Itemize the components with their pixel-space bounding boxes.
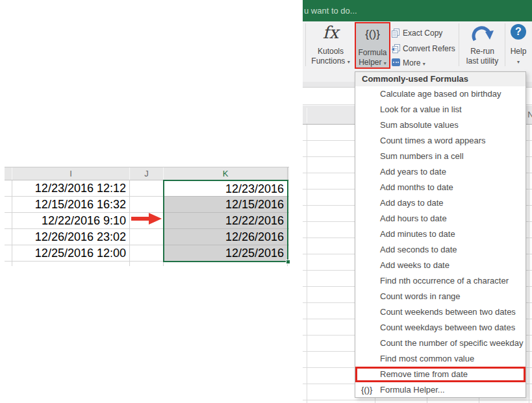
fx-icon: fx: [307, 23, 355, 42]
chevron-down-icon: ▾: [384, 60, 386, 66]
menu-item-add-months[interactable]: Add months to date: [355, 180, 526, 195]
menu-item-count-word-appears[interactable]: Count times a word appears: [355, 133, 526, 149]
menu-item-add-days[interactable]: Add days to date: [355, 195, 526, 211]
cell-empty[interactable]: [130, 180, 164, 196]
ribbon-separator: [305, 23, 306, 66]
menu-item-find-most-common[interactable]: Find most common value: [355, 351, 526, 367]
kutools-functions-button[interactable]: fx Kutools Functions ▾: [307, 21, 355, 69]
cell-date-selected[interactable]: 12/22/2016: [164, 213, 287, 229]
column-header-i[interactable]: I: [12, 167, 130, 180]
help-question-icon: ?: [511, 24, 526, 40]
menu-item-count-specific-weekday[interactable]: Count the number of specific weekday: [355, 336, 526, 351]
rerun-label-line1: Re-run: [461, 47, 504, 56]
menu-item-calculate-age[interactable]: Calculate age based on birthday: [355, 86, 526, 102]
chevron-down-icon: ▾: [506, 56, 531, 66]
menu-item-add-years[interactable]: Add years to date: [355, 164, 526, 180]
kutools-functions-label-line1: Kutools: [307, 47, 355, 56]
more-button[interactable]: More ▾: [391, 56, 459, 71]
menu-item-add-weeks[interactable]: Add weeks to date: [355, 258, 526, 273]
more-dots-icon: [392, 58, 400, 66]
help-label: Help: [506, 47, 531, 56]
ribbon-separator: [505, 23, 505, 66]
title-bar: u want to do...: [303, 0, 532, 21]
row-header-stub: [5, 167, 12, 180]
menu-item-sum-absolute[interactable]: Sum absolute values: [355, 117, 526, 133]
column-header-k[interactable]: K: [164, 167, 288, 180]
tell-me-text[interactable]: u want to do...: [304, 6, 357, 16]
formula-helper-dropdown-menu: Commonly-used Formulas Calculate age bas…: [355, 71, 526, 398]
menu-item-count-weekdays[interactable]: Count weekdays between two dates: [355, 320, 526, 336]
menu-item-count-weekends[interactable]: Count weekends between two dates: [355, 304, 526, 320]
table-row-partial: [5, 262, 289, 266]
cell-date-selected[interactable]: 12/23/2016: [164, 181, 287, 197]
convert-refers-button[interactable]: Convert Refers: [391, 42, 459, 56]
spreadsheet-snippet: I J K 12/23/2016 12:12 12/15/2016 16:32 …: [5, 167, 289, 266]
cell-datetime[interactable]: 12/25/2016 12:00: [12, 245, 130, 261]
chevron-down-icon: ▾: [423, 61, 425, 67]
cell-datetime[interactable]: 12/22/2016 9:10: [12, 213, 130, 228]
formula-helper-label-line1: Formula: [356, 48, 389, 57]
menu-item-add-hours[interactable]: Add hours to date: [355, 211, 526, 226]
convert-refers-label: Convert Refers: [403, 44, 455, 53]
menu-item-count-words-range[interactable]: Count words in range: [355, 289, 526, 304]
exact-copy-button[interactable]: Exact Copy: [391, 27, 459, 41]
exact-copy-label: Exact Copy: [403, 29, 442, 38]
cell-datetime[interactable]: 12/23/2016 12:12: [12, 180, 130, 196]
menu-item-look-for-value[interactable]: Look for a value in list: [355, 102, 526, 117]
cell-date-selected[interactable]: 12/26/2016: [164, 229, 287, 245]
fill-handle[interactable]: [286, 260, 290, 264]
help-button[interactable]: ? Help ▾: [506, 21, 531, 69]
cell-empty[interactable]: [130, 245, 164, 261]
menu-item-add-seconds[interactable]: Add seconds to date: [355, 242, 526, 258]
cell-datetime[interactable]: 12/26/2016 23:02: [12, 229, 130, 245]
formula-helper-button[interactable]: {()} Formula Helper ▾: [355, 22, 390, 69]
kutools-functions-label-line2: Functions ▾: [307, 56, 355, 66]
formula-helper-icon: {()}: [361, 382, 372, 398]
rerun-last-utility-button[interactable]: Re-run last utility: [461, 21, 504, 69]
column-header-j[interactable]: J: [130, 167, 164, 180]
menu-item-find-nth-occurrence[interactable]: Find nth occurrence of a character: [355, 273, 526, 289]
chevron-down-icon: ▾: [348, 59, 350, 65]
selected-range-k[interactable]: 12/23/2016 12/15/2016 12/22/2016 12/26/2…: [163, 180, 288, 262]
sheet-column-headers: I J K: [5, 167, 289, 180]
convert-refers-icon: [391, 43, 401, 56]
cell-empty[interactable]: [130, 197, 164, 212]
cell-date-selected[interactable]: 12/25/2016: [164, 245, 287, 261]
ribbon-separator: [459, 23, 459, 66]
menu-item-remove-time-from-date[interactable]: Remove time from date: [355, 367, 526, 382]
cell-empty[interactable]: [130, 229, 164, 245]
menu-item-formula-helper[interactable]: {()} Formula Helper...: [355, 382, 526, 398]
more-label: More ▾: [403, 58, 425, 67]
red-arrow-icon: [131, 213, 162, 228]
copy-pages-icon: [391, 28, 401, 41]
rerun-label-line2: last utility: [461, 56, 504, 66]
menu-item-sum-numbers-cell[interactable]: Sum numbers in a cell: [355, 149, 526, 164]
menu-item-add-minutes[interactable]: Add minutes to date: [355, 226, 526, 242]
formula-helper-icon: {()}: [356, 28, 389, 41]
cell-datetime[interactable]: 12/15/2016 16:32: [12, 197, 130, 212]
cell-date-selected[interactable]: 12/15/2016: [164, 197, 287, 213]
formula-helper-label-line2: Helper ▾: [356, 58, 389, 67]
menu-group-header: Commonly-used Formulas: [355, 72, 526, 86]
